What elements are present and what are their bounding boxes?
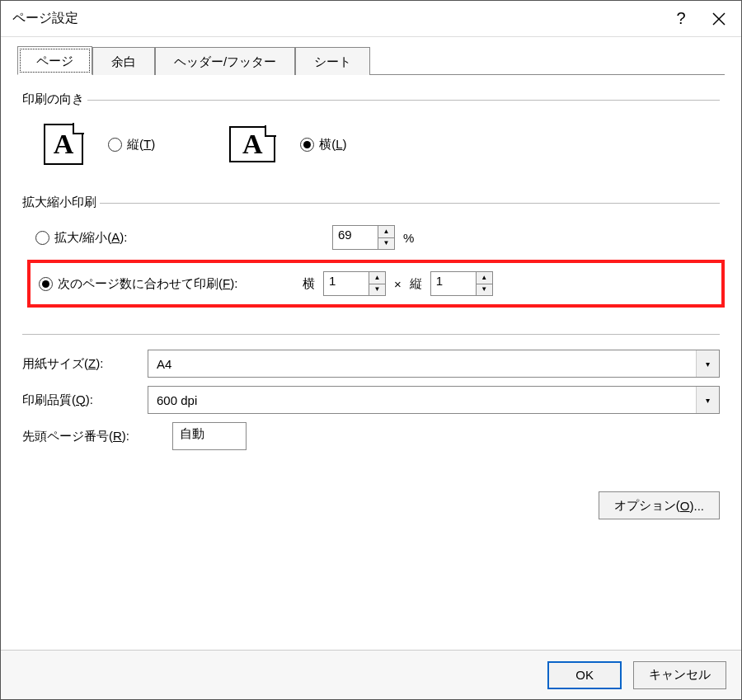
options-button[interactable]: オプション(O)... [599, 491, 720, 519]
radio-portrait-label: 縦(T) [127, 137, 155, 153]
paper-size-select[interactable]: A4 ▾ [148, 350, 720, 378]
scaling-group-label: 拡大縮小印刷 [22, 195, 720, 210]
radio-portrait[interactable]: 縦(T) [108, 137, 155, 153]
close-icon [711, 12, 726, 26]
radio-portrait-dot [108, 138, 122, 152]
tab-strip: ページ 余白 ヘッダー/フッター シート [17, 45, 725, 75]
chevron-down-icon: ▼ [378, 238, 394, 250]
percent-label: % [403, 231, 414, 245]
adjust-percent-value[interactable]: 69 [333, 226, 378, 249]
print-quality-value: 600 dpi [157, 393, 696, 407]
radio-adjust-to[interactable]: 拡大/縮小(A): [35, 230, 127, 246]
paper-size-row: 用紙サイズ(Z): A4 ▾ [22, 350, 720, 378]
fit-wide-spinner[interactable]: 1 ▲▼ [323, 271, 386, 296]
radio-landscape[interactable]: 横(L) [300, 137, 346, 153]
tab-body: 印刷の向き A 縦(T) A 横(L) [17, 75, 725, 650]
tab-header-footer[interactable]: ヘッダー/フッター [155, 47, 295, 75]
chevron-up-icon: ▲ [378, 226, 394, 238]
radio-fit-dot [39, 277, 53, 291]
orientation-group-label: 印刷の向き [22, 92, 720, 107]
dialog-content: ページ 余白 ヘッダー/フッター シート 印刷の向き A 縦(T) A [1, 37, 741, 650]
cancel-button[interactable]: キャンセル [633, 661, 726, 689]
radio-adjust-label: 拡大/縮小(A): [54, 230, 127, 246]
scaling-rows: 拡大/縮小(A): 69 ▲▼ % [22, 210, 720, 319]
chevron-up-icon: ▲ [477, 272, 492, 284]
chevron-up-icon: ▲ [369, 272, 385, 284]
options-row: オプション(O)... [22, 458, 720, 519]
window-title: ページ設定 [12, 10, 662, 27]
paper-size-value: A4 [157, 357, 696, 371]
portrait-icon: A [44, 124, 83, 165]
divider [22, 334, 720, 335]
dialog-footer: OK キャンセル [1, 650, 741, 699]
fit-tall-value[interactable]: 1 [431, 272, 476, 295]
print-quality-select[interactable]: 600 dpi ▾ [148, 386, 720, 414]
first-page-label: 先頭ページ番号(R): [22, 429, 162, 444]
orientation-row: A 縦(T) A 横(L) [22, 107, 720, 190]
print-quality-row: 印刷品質(Q): 600 dpi ▾ [22, 386, 720, 414]
spinner-arrows[interactable]: ▲▼ [378, 226, 394, 249]
fit-tall-label: 縦 [410, 276, 422, 292]
adjust-percent-spinner[interactable]: 69 ▲▼ [332, 225, 395, 250]
title-bar: ページ設定 ? [1, 1, 741, 37]
chevron-down-icon: ▼ [369, 284, 385, 296]
radio-landscape-dot [300, 138, 314, 152]
fit-tall-spinner[interactable]: 1 ▲▼ [430, 271, 493, 296]
fit-wide-label: 横 [303, 276, 315, 292]
close-button[interactable] [700, 4, 738, 34]
radio-landscape-label: 横(L) [319, 137, 346, 153]
first-page-input[interactable]: 自動 [172, 422, 247, 450]
radio-fit-label: 次のページ数に合わせて印刷(F): [58, 276, 237, 292]
tab-margins[interactable]: 余白 [92, 47, 155, 75]
first-page-value: 自動 [180, 426, 204, 440]
landscape-icon: A [229, 126, 275, 162]
fit-to-row: 次のページ数に合わせて印刷(F): 横 1 ▲▼ × 縦 1 [39, 266, 716, 301]
tab-page[interactable]: ページ [17, 46, 92, 75]
page-setup-dialog: ページ設定 ? ページ 余白 ヘッダー/フッター シート 印刷の向き A [0, 0, 742, 700]
help-icon: ? [676, 9, 685, 28]
fit-wide-value[interactable]: 1 [324, 272, 369, 295]
paper-size-label: 用紙サイズ(Z): [22, 356, 138, 372]
chevron-down-icon: ▾ [696, 350, 719, 377]
radio-adjust-dot [35, 231, 49, 245]
ok-button[interactable]: OK [547, 661, 622, 689]
print-quality-label: 印刷品質(Q): [22, 392, 138, 408]
adjust-to-row: 拡大/縮小(A): 69 ▲▼ % [35, 220, 720, 255]
fit-times: × [394, 277, 402, 291]
first-page-row: 先頭ページ番号(R): 自動 [22, 422, 720, 450]
chevron-down-icon: ▾ [696, 387, 719, 413]
help-button[interactable]: ? [662, 4, 700, 34]
radio-fit-to[interactable]: 次のページ数に合わせて印刷(F): [39, 276, 237, 292]
chevron-down-icon: ▼ [477, 284, 492, 296]
tab-sheet[interactable]: シート [295, 47, 370, 75]
fit-to-highlight: 次のページ数に合わせて印刷(F): 横 1 ▲▼ × 縦 1 [27, 260, 725, 308]
